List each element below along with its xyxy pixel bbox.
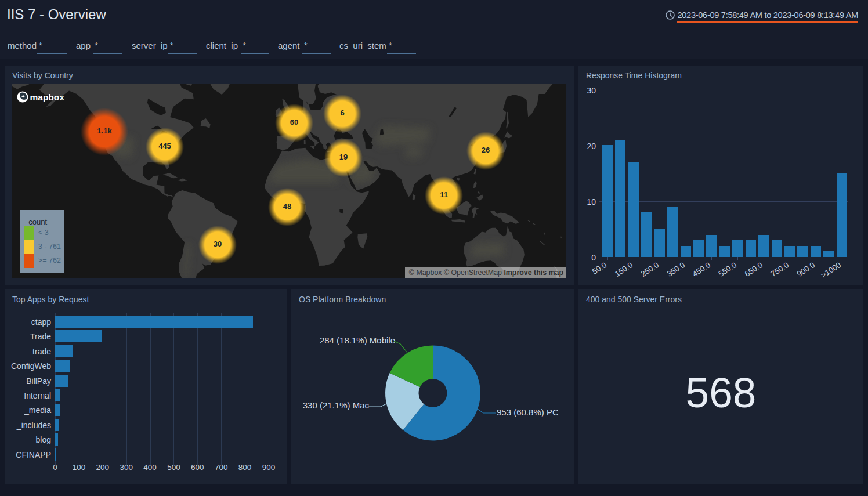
svg-text:mapbox: mapbox [30, 92, 65, 102]
